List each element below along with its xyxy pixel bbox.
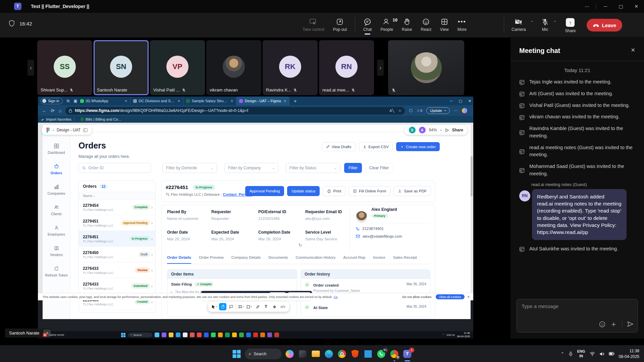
start-button[interactable] <box>232 349 242 359</box>
page-scrollbar[interactable] <box>471 156 473 196</box>
filmstrip-prev-icon[interactable]: ‹ <box>28 60 34 76</box>
filmstrip-next-icon[interactable]: › <box>377 60 384 76</box>
app-icon[interactable] <box>218 333 223 337</box>
figma-doc-toolbar[interactable]: ▾ Design - UAT <box>42 125 92 135</box>
read-aloud-icon[interactable]: A╲ <box>389 109 394 113</box>
app-icon[interactable] <box>190 333 195 337</box>
app-icon[interactable] <box>260 333 265 337</box>
react-button[interactable]: React <box>418 15 435 34</box>
sidebar-item-companies[interactable]: Companies <box>43 182 70 203</box>
print-button[interactable]: Print <box>323 186 345 196</box>
favorites-bar-icon[interactable]: ☆≡ <box>417 108 423 113</box>
mic-button[interactable]: Mic <box>538 15 552 34</box>
app-icon[interactable] <box>197 333 202 337</box>
clear-filter-button[interactable]: Clear Filter <box>365 163 393 173</box>
sidebar-item-refresh-token[interactable]: Refresh Token <box>43 264 70 285</box>
frame-tool-icon[interactable]: ▾ <box>237 303 245 310</box>
app-icon[interactable] <box>169 333 173 337</box>
tab-order-preview[interactable]: Order Preview <box>199 255 224 264</box>
copilot-icon[interactable] <box>462 108 467 113</box>
tab-communication-history[interactable]: Communication History <box>296 255 335 264</box>
figma-share-button[interactable]: Share <box>452 128 463 132</box>
vscode-icon[interactable] <box>363 349 373 359</box>
close-icon[interactable]: ✕ <box>467 295 470 299</box>
participant-tile[interactable]: vikram chavan <box>206 40 261 95</box>
view-drafts-button[interactable]: View Drafts <box>322 142 356 151</box>
figma-share-toolbar[interactable]: S A 94% ▾ Share <box>405 125 467 135</box>
camera-options-chevron-icon[interactable]: ⌄ <box>531 19 533 22</box>
tab-close-icon[interactable]: ✕ <box>124 99 127 103</box>
collaborator-avatar[interactable]: A <box>419 127 426 133</box>
taskbar-clock[interactable]: 11:38 08-04-2025 <box>619 348 639 359</box>
browser-minimize-icon[interactable]: ─ <box>450 99 453 103</box>
browser-tab[interactable]: Sample Salary Structure with calc✕ <box>183 97 236 105</box>
app-icon[interactable] <box>204 333 209 337</box>
leave-button[interactable]: Leave <box>587 19 623 32</box>
app-icon[interactable] <box>253 333 258 337</box>
tab-close-icon[interactable]: ✕ <box>230 99 233 103</box>
brave-icon[interactable] <box>350 349 360 359</box>
teams-icon[interactable]: T 1 <box>402 349 413 359</box>
minimize-button[interactable]: ─ <box>598 0 613 13</box>
tray-chevron-icon[interactable]: ⌃ <box>442 334 444 336</box>
sidebar-item-clients[interactable]: Clients <box>43 203 70 223</box>
browser-close-icon[interactable]: ✕ <box>468 99 471 103</box>
chrome-profile-icon[interactable] <box>389 349 399 359</box>
browser-tab[interactable]: DC Divisions and Surroundings✕ <box>130 97 183 105</box>
cookies-settings-link[interactable]: Cookies settings <box>334 295 338 299</box>
send-icon[interactable] <box>627 321 634 327</box>
table-row-selected[interactable]: 2276451TL Flex Holdings LLC In Progress … <box>79 231 155 247</box>
app-icon[interactable] <box>225 333 230 337</box>
browser-tab-active[interactable]: Design - UAT – Figma✕ <box>236 97 289 105</box>
zoom-level[interactable]: 94% <box>429 128 437 132</box>
present-icon[interactable] <box>445 128 449 132</box>
app-icon[interactable] <box>298 349 308 359</box>
update-status-button[interactable]: Update status <box>287 186 320 196</box>
filter-status-select[interactable]: Filter by Status⌄ <box>286 163 340 173</box>
message-input[interactable] <box>522 303 633 309</box>
battery-icon[interactable] <box>609 352 614 356</box>
table-row[interactable]: 2276433TL Flex Holdings LLC Review › <box>79 262 155 278</box>
app-icon[interactable] <box>176 333 180 337</box>
app-icon[interactable] <box>232 333 237 337</box>
tab-account-rep[interactable]: Account Rep <box>343 255 365 264</box>
take-control-button[interactable]: Take control <box>299 15 328 34</box>
shape-tool-icon[interactable]: ▾ <box>246 303 253 310</box>
dev-mode-icon[interactable]: </> <box>279 303 286 310</box>
view-button[interactable]: View <box>437 15 452 34</box>
spotlight-tile[interactable] <box>388 40 464 95</box>
restore-button[interactable]: ▢ <box>613 0 629 13</box>
pen-tool-icon[interactable] <box>254 303 261 310</box>
bookmark-item[interactable]: Bills | Billing and Co... <box>80 117 121 121</box>
tab-close-icon[interactable]: ✕ <box>177 99 180 103</box>
order-id-search-input[interactable]: Order ID <box>78 163 151 173</box>
sidebar-item-employees[interactable]: Employees <box>43 223 70 244</box>
volume-icon[interactable] <box>599 352 604 356</box>
window-more-icon[interactable]: ⋯ <box>579 0 595 13</box>
collaborator-avatar[interactable]: S <box>409 127 416 133</box>
hand-tool-icon[interactable] <box>219 303 226 310</box>
copilot-icon[interactable] <box>285 349 295 359</box>
back-icon[interactable]: ← <box>42 108 47 113</box>
filter-domicile-select[interactable]: Filter by Domicile⌄ <box>162 163 217 173</box>
url-field[interactable]: https://www.figma.com/design/9BKQ0FOHRWa… <box>65 107 405 115</box>
tab-sales-receipt[interactable]: Sales Receipt <box>393 255 417 264</box>
resources-tool-icon[interactable] <box>271 303 278 310</box>
tab-search-icon[interactable]: ⧉ <box>67 99 70 103</box>
browser-menu-icon[interactable]: ⋯ <box>454 108 458 113</box>
close-button[interactable]: ✕ <box>629 0 644 13</box>
extensions-icon[interactable]: ⬡ <box>409 108 412 113</box>
file-explorer-icon[interactable] <box>311 349 321 359</box>
table-row[interactable]: 2276450TL Flex Holdings LLC Draft › <box>79 247 155 262</box>
contact-email[interactable]: alex@vstatefilings.com <box>356 234 430 238</box>
people-button[interactable]: 10 People <box>377 15 396 34</box>
refresh-icon[interactable]: ⟳ <box>51 108 55 113</box>
search-pill[interactable]: ⌕Search <box>128 333 152 337</box>
camera-button[interactable]: Camera <box>508 15 529 34</box>
tab-order-details[interactable]: Order Details <box>167 255 191 264</box>
start-icon[interactable] <box>121 333 125 337</box>
app-icon[interactable] <box>267 333 272 337</box>
sidebar-item-dashboard[interactable]: Dashboard <box>43 141 70 162</box>
mic-options-chevron-icon[interactable]: ⌄ <box>553 19 556 22</box>
app-icon[interactable] <box>162 333 166 337</box>
